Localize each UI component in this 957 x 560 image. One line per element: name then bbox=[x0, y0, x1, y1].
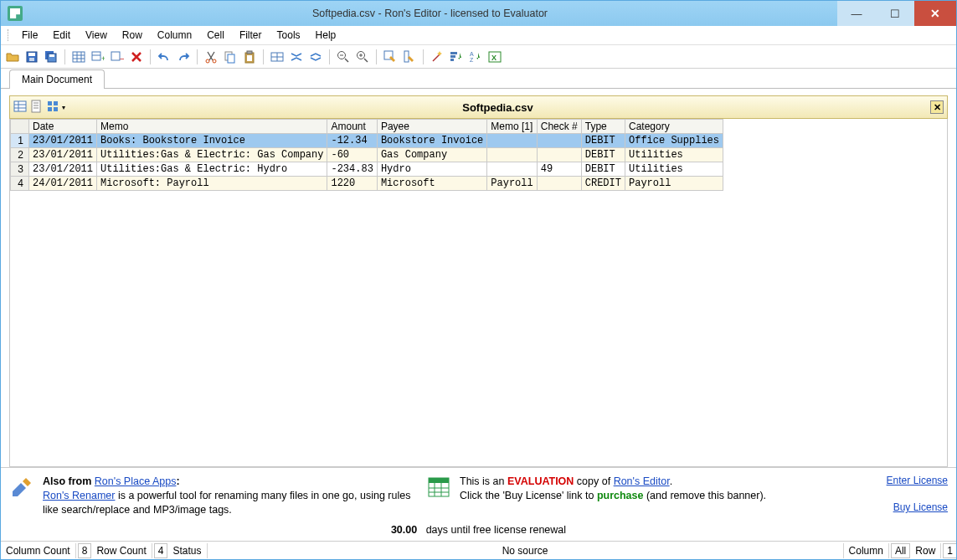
window-title: Softpedia.csv - Ron's Editor - licensed … bbox=[23, 8, 837, 19]
save-icon[interactable] bbox=[23, 49, 40, 65]
col-header-memo1[interactable]: Memo [1] bbox=[487, 120, 537, 134]
redo-icon[interactable] bbox=[175, 49, 192, 65]
cell[interactable]: Utilities bbox=[625, 148, 723, 162]
table-row[interactable]: 223/01/2011Utilities:Gas & Electric: Gas… bbox=[11, 148, 723, 162]
cell[interactable]: 23/01/2011 bbox=[29, 148, 97, 162]
document-close-button[interactable]: ✕ bbox=[930, 100, 944, 114]
buy-license-link[interactable]: Buy License bbox=[893, 501, 948, 513]
tab-strip: Main Document bbox=[1, 69, 956, 89]
minimize-button[interactable]: — bbox=[837, 1, 876, 26]
cell[interactable]: DEBIT bbox=[581, 134, 625, 148]
tab-main-document[interactable]: Main Document bbox=[9, 69, 105, 89]
view-list-icon[interactable] bbox=[30, 100, 44, 116]
rons-editor-link[interactable]: Ron's Editor bbox=[614, 475, 670, 487]
edit-column-icon[interactable] bbox=[401, 49, 418, 65]
rons-place-apps-link[interactable]: Ron's Place Apps bbox=[95, 475, 177, 487]
cell[interactable]: DEBIT bbox=[581, 148, 625, 162]
cell[interactable]: Utilities:Gas & Electric: Gas Company bbox=[97, 148, 327, 162]
zoom-out-icon[interactable] bbox=[335, 49, 352, 65]
enter-license-link[interactable]: Enter License bbox=[887, 475, 948, 486]
insert-row-icon[interactable]: + bbox=[90, 49, 106, 65]
table-icon[interactable] bbox=[70, 49, 87, 65]
cell[interactable]: Microsoft bbox=[377, 177, 486, 191]
col-header-memo[interactable]: Memo bbox=[97, 120, 327, 134]
cell[interactable] bbox=[537, 148, 581, 162]
collapse-icon[interactable] bbox=[288, 49, 305, 65]
edit-cell-icon[interactable] bbox=[382, 49, 399, 65]
menu-row[interactable]: Row bbox=[115, 27, 150, 44]
cell[interactable]: 23/01/2011 bbox=[29, 134, 97, 148]
maximize-button[interactable]: ☐ bbox=[876, 1, 914, 26]
menu-column[interactable]: Column bbox=[150, 27, 199, 44]
menu-cell[interactable]: Cell bbox=[199, 27, 232, 44]
excel-icon[interactable]: X bbox=[486, 49, 503, 65]
cell[interactable]: Books: Bookstore Invoice bbox=[97, 134, 327, 148]
cell[interactable]: Office Supplies bbox=[625, 134, 723, 148]
menu-file[interactable]: File bbox=[14, 27, 45, 44]
cell[interactable] bbox=[537, 134, 581, 148]
menu-edit[interactable]: Edit bbox=[45, 27, 78, 44]
sort-asc-icon[interactable]: AZ bbox=[467, 49, 484, 65]
rons-renamer-link[interactable]: Ron's Renamer bbox=[43, 490, 115, 501]
cell[interactable] bbox=[537, 177, 581, 191]
open-icon[interactable] bbox=[4, 49, 21, 65]
cell[interactable]: Hydro bbox=[377, 162, 486, 177]
svg-rect-34 bbox=[404, 51, 409, 62]
menu-view[interactable]: View bbox=[78, 27, 115, 44]
data-grid[interactable]: Date Memo Amount Payee Memo [1] Check # … bbox=[10, 119, 723, 191]
cell[interactable] bbox=[487, 134, 537, 148]
menu-tools[interactable]: Tools bbox=[270, 27, 308, 44]
cut-icon[interactable] bbox=[203, 49, 219, 65]
cell[interactable]: DEBIT bbox=[581, 162, 625, 177]
sort-icon[interactable] bbox=[448, 49, 465, 65]
paste-icon[interactable] bbox=[241, 49, 258, 65]
table-row[interactable]: 323/01/2011Utilities:Gas & Electric: Hyd… bbox=[11, 162, 723, 177]
copy-icon[interactable] bbox=[222, 49, 239, 65]
cell[interactable]: Gas Company bbox=[377, 148, 486, 162]
expand-icon[interactable] bbox=[307, 49, 324, 65]
view-table-icon[interactable] bbox=[13, 100, 27, 116]
row-number[interactable]: 3 bbox=[11, 162, 29, 177]
svg-rect-21 bbox=[247, 51, 252, 54]
cell[interactable] bbox=[487, 162, 537, 177]
col-header-payee[interactable]: Payee bbox=[377, 120, 486, 134]
delete-row-icon[interactable]: − bbox=[109, 49, 126, 65]
save-all-icon[interactable] bbox=[43, 49, 59, 65]
cell[interactable]: 24/01/2011 bbox=[29, 177, 97, 191]
cell[interactable]: Payroll bbox=[625, 177, 723, 191]
col-header-amount[interactable]: Amount bbox=[327, 120, 377, 134]
titlebar[interactable]: Softpedia.csv - Ron's Editor - licensed … bbox=[1, 1, 956, 26]
col-header-check[interactable]: Check # bbox=[537, 120, 581, 134]
col-header-date[interactable]: Date bbox=[29, 120, 97, 134]
row-number[interactable]: 2 bbox=[11, 148, 29, 162]
cell[interactable]: 49 bbox=[537, 162, 581, 177]
wand-icon[interactable] bbox=[429, 49, 445, 65]
cell[interactable]: Microsoft: Payroll bbox=[97, 177, 327, 191]
cell[interactable]: Bookstore Invoice bbox=[377, 134, 486, 148]
close-button[interactable]: ✕ bbox=[914, 1, 956, 26]
cell[interactable]: Payroll bbox=[487, 177, 537, 191]
undo-icon[interactable] bbox=[156, 49, 172, 65]
cell[interactable]: -60 bbox=[327, 148, 377, 162]
cell[interactable]: -12.34 bbox=[327, 134, 377, 148]
menu-filter[interactable]: Filter bbox=[232, 27, 270, 44]
zoom-in-icon[interactable] bbox=[354, 49, 371, 65]
row-number[interactable]: 1 bbox=[11, 134, 29, 148]
cell[interactable]: Utilities bbox=[625, 162, 723, 177]
table-row[interactable]: 424/01/2011Microsoft: Payroll1220Microso… bbox=[11, 177, 723, 191]
cell[interactable]: 1220 bbox=[327, 177, 377, 191]
cell[interactable]: 23/01/2011 bbox=[29, 162, 97, 177]
cell[interactable]: -234.83 bbox=[327, 162, 377, 177]
menu-help[interactable]: Help bbox=[308, 27, 344, 44]
col-header-type[interactable]: Type bbox=[581, 120, 625, 134]
grid-icon[interactable] bbox=[269, 49, 286, 65]
table-row[interactable]: 123/01/2011Books: Bookstore Invoice-12.3… bbox=[11, 134, 723, 148]
cell[interactable]: Utilities:Gas & Electric: Hydro bbox=[97, 162, 327, 177]
row-header-corner[interactable] bbox=[11, 120, 29, 134]
cell[interactable] bbox=[487, 148, 537, 162]
delete-x-icon[interactable] bbox=[128, 49, 145, 65]
cell[interactable]: CREDIT bbox=[581, 177, 625, 191]
row-number[interactable]: 4 bbox=[11, 177, 29, 191]
view-tiles-icon[interactable]: ▾ bbox=[47, 100, 65, 114]
col-header-category[interactable]: Category bbox=[625, 120, 723, 134]
